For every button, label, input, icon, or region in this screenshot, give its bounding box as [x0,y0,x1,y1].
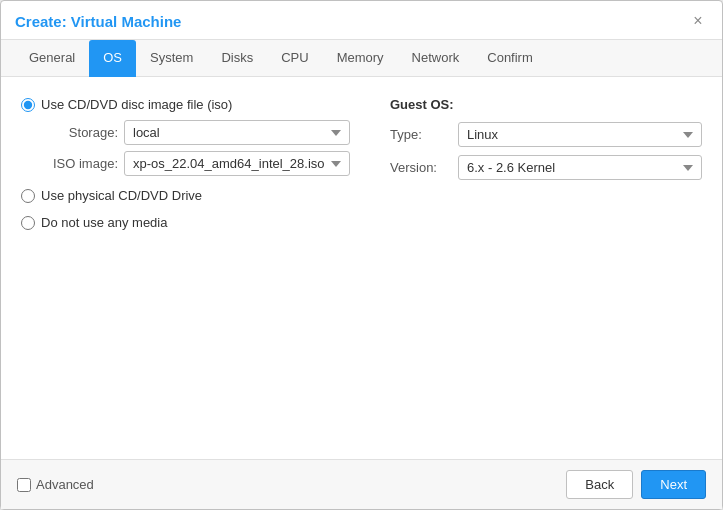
create-vm-dialog: Create: Virtual Machine × General OS Sys… [0,0,723,510]
footer: Advanced Back Next [1,459,722,509]
no-media-radio[interactable] [21,216,35,230]
tab-content: Use CD/DVD disc image file (iso) Storage… [1,77,722,459]
tab-system[interactable]: System [136,40,207,77]
left-section: Use CD/DVD disc image file (iso) Storage… [21,97,350,230]
guest-os-title: Guest OS: [390,97,702,112]
iso-label: ISO image: [43,156,118,171]
iso-row: ISO image: xp-os_22.04_amd64_intel_28.is… [43,151,350,176]
media-radio-group: Use CD/DVD disc image file (iso) Storage… [21,97,350,230]
iso-select[interactable]: xp-os_22.04_amd64_intel_28.iso [124,151,350,176]
title-bar: Create: Virtual Machine × [1,1,722,40]
tab-memory[interactable]: Memory [323,40,398,77]
use-cdrom-option: Use CD/DVD disc image file (iso) Storage… [21,97,350,176]
type-select[interactable]: Linux Windows Solaris BSD Other [458,122,702,147]
version-label: Version: [390,160,450,175]
version-select[interactable]: 6.x - 2.6 Kernel 5.x - 2.6 Kernel 4.x - … [458,155,702,180]
advanced-checkbox-label[interactable]: Advanced [17,477,94,492]
type-label: Type: [390,127,450,142]
next-button[interactable]: Next [641,470,706,499]
type-row: Type: Linux Windows Solaris BSD Other [390,122,702,147]
use-cdrom-label[interactable]: Use CD/DVD disc image file (iso) [21,97,350,112]
close-button[interactable]: × [688,11,708,31]
tab-os[interactable]: OS [89,40,136,77]
dialog-title: Create: Virtual Machine [15,13,181,30]
storage-row: Storage: local local-lvm nfs [43,120,350,145]
use-cdrom-text: Use CD/DVD disc image file (iso) [41,97,232,112]
tab-disks[interactable]: Disks [207,40,267,77]
tab-confirm[interactable]: Confirm [473,40,547,77]
use-physical-option[interactable]: Use physical CD/DVD Drive [21,188,350,203]
storage-select[interactable]: local local-lvm nfs [124,120,350,145]
no-media-text: Do not use any media [41,215,167,230]
right-section: Guest OS: Type: Linux Windows Solaris BS… [390,97,702,230]
back-button[interactable]: Back [566,470,633,499]
tab-cpu[interactable]: CPU [267,40,322,77]
use-physical-radio[interactable] [21,189,35,203]
storage-label: Storage: [43,125,118,140]
advanced-label-text: Advanced [36,477,94,492]
no-media-option[interactable]: Do not use any media [21,215,350,230]
cdrom-sub-fields: Storage: local local-lvm nfs ISO image: [43,120,350,176]
tab-bar: General OS System Disks CPU Memory Netwo… [1,40,722,77]
use-physical-text: Use physical CD/DVD Drive [41,188,202,203]
version-row: Version: 6.x - 2.6 Kernel 5.x - 2.6 Kern… [390,155,702,180]
os-section: Use CD/DVD disc image file (iso) Storage… [21,97,702,230]
tab-network[interactable]: Network [398,40,474,77]
use-cdrom-radio[interactable] [21,98,35,112]
tab-general[interactable]: General [15,40,89,77]
advanced-checkbox[interactable] [17,478,31,492]
